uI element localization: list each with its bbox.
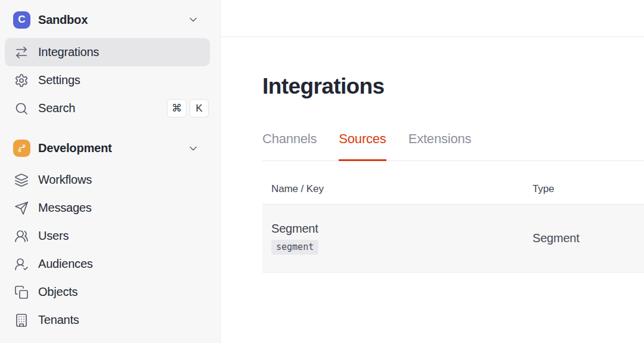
sidebar-section-development[interactable]: Development (5, 134, 210, 162)
sidebar-item-integrations[interactable]: Integrations (5, 38, 210, 66)
search-icon (14, 101, 29, 116)
search-shortcut: ⌘ K (167, 99, 209, 118)
tab-channels[interactable]: Channels (262, 131, 317, 161)
building-icon (14, 313, 29, 327)
chevron-down-icon (187, 143, 199, 154)
column-header-type: Type (524, 183, 644, 195)
source-name-cell: Segment segment (262, 222, 524, 255)
section-label: Development (38, 141, 112, 155)
page-title: Integrations (262, 74, 644, 99)
user-check-icon (14, 257, 29, 271)
git-branch-icon (13, 140, 30, 157)
sidebar-item-label: Search (38, 101, 75, 115)
gear-icon (14, 73, 29, 88)
table-header: Name / Key Type (262, 183, 644, 205)
content-area: Integrations Channels Sources Extensions… (221, 37, 644, 273)
cmd-keycap: ⌘ (167, 99, 187, 118)
k-keycap: K (190, 99, 209, 118)
sidebar-item-label: Audiences (38, 257, 93, 271)
sidebar-item-label: Messages (38, 201, 92, 215)
source-type: Segment (524, 231, 644, 245)
sidebar-item-search[interactable]: Search ⌘ K (5, 94, 210, 122)
sidebar-item-label: Workflows (38, 173, 92, 187)
paper-plane-icon (14, 201, 29, 215)
layers-icon (14, 173, 29, 187)
sidebar-item-label: Users (38, 229, 69, 243)
sidebar-item-label: Objects (38, 285, 78, 299)
table-row[interactable]: Segment segment Segment (262, 205, 644, 273)
sidebar-item-tenants[interactable]: Tenants (5, 306, 210, 334)
users-icon (14, 229, 29, 243)
copy-icon (14, 285, 29, 299)
sidebar-item-workflows[interactable]: Workflows (5, 166, 210, 194)
sidebar-item-messages[interactable]: Messages (5, 194, 210, 222)
topbar (221, 0, 644, 37)
sources-table: Name / Key Type Segment segment Segment (262, 183, 644, 273)
workspace-name: Sandbox (38, 13, 88, 27)
sidebar-item-audiences[interactable]: Audiences (5, 250, 210, 278)
sidebar-item-label: Settings (38, 73, 80, 87)
main-panel: Integrations Channels Sources Extensions… (221, 0, 644, 343)
tab-extensions[interactable]: Extensions (408, 131, 472, 161)
column-header-name-key: Name / Key (262, 183, 524, 195)
courier-logo: C (13, 11, 30, 29)
sidebar-item-label: Tenants (38, 313, 79, 327)
sidebar-item-label: Integrations (38, 45, 99, 59)
arrows-swap-icon (14, 45, 29, 60)
tab-sources[interactable]: Sources (339, 131, 386, 161)
source-key-badge: segment (271, 240, 318, 255)
workspace-switcher[interactable]: C Sandbox (5, 7, 210, 32)
sidebar-item-settings[interactable]: Settings (5, 66, 210, 94)
tab-bar: Channels Sources Extensions (262, 131, 644, 161)
sidebar-item-objects[interactable]: Objects (5, 278, 210, 306)
sidebar: C Sandbox Integrations Settings Search ⌘… (0, 0, 221, 343)
sidebar-item-users[interactable]: Users (5, 222, 210, 250)
chevron-down-icon (187, 14, 199, 26)
source-name: Segment (271, 222, 524, 236)
